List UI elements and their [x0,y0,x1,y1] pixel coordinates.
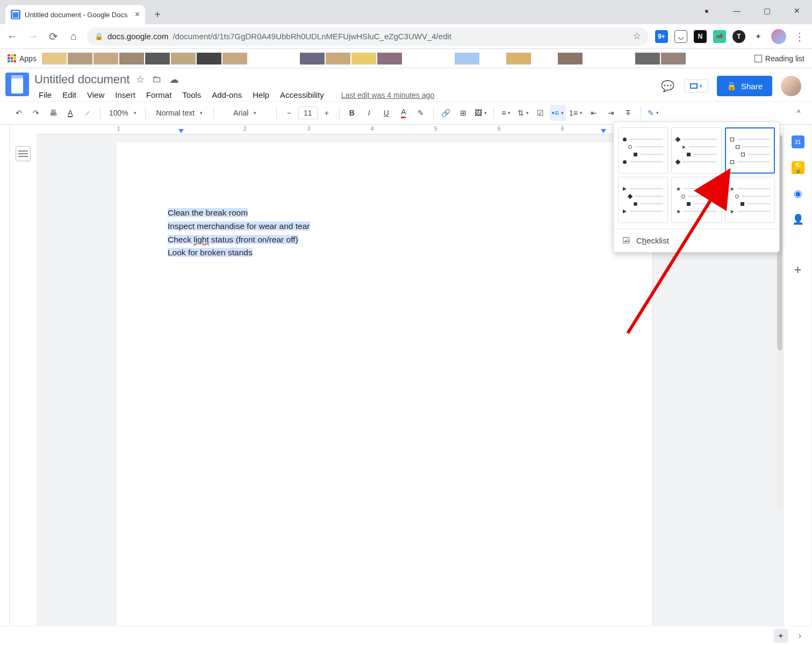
nav-reload-icon[interactable]: ⟳ [46,30,60,44]
bookmark-folder[interactable] [584,53,608,64]
ext-translate-icon[interactable]: 9+ [655,30,668,43]
editing-mode-button[interactable]: ✎ [645,105,662,121]
bookmark-folder[interactable] [429,53,454,64]
bookmark-folder[interactable] [171,53,196,64]
new-tab-button[interactable]: + [149,6,166,23]
checklist-menu-item[interactable]: ☑̶ Checklist [614,229,779,252]
bullet-option-4[interactable] [618,177,668,223]
bookmark-folder[interactable] [42,53,67,64]
paint-format-icon[interactable]: ⟋ [80,105,96,121]
spellcheck-icon[interactable]: A̲ [62,105,78,121]
cloud-status-icon[interactable]: ☁ [169,74,179,85]
insert-image-icon[interactable]: 🖼 [472,105,489,121]
paragraph-style-select[interactable]: Normal text [150,105,209,121]
document-title[interactable]: Untitled document [34,73,130,87]
nav-home-icon[interactable]: ⌂ [67,30,81,44]
bookmark-folder[interactable] [377,53,402,64]
bookmark-folder[interactable] [558,53,583,64]
font-size-increase[interactable]: + [319,105,335,121]
italic-button[interactable]: I [361,105,377,121]
menu-file[interactable]: File [34,89,56,101]
collapse-toolbar-icon[interactable]: ^ [791,105,807,121]
tasks-icon[interactable]: ◉ [792,187,804,200]
font-select[interactable]: Arial [218,105,272,121]
bookmark-folder[interactable] [94,53,118,64]
bookmark-folder[interactable] [274,53,299,64]
add-addon-icon[interactable]: + [794,262,801,277]
ext-puzzle-icon[interactable]: ✦ [752,30,765,43]
undo-icon[interactable]: ↶ [11,105,27,121]
right-indent-marker[interactable] [601,129,606,133]
bullet-option-6[interactable]: ➤ ➤ [725,177,775,223]
move-icon[interactable]: 🗀 [152,74,162,85]
account-avatar[interactable] [781,76,801,96]
contacts-icon[interactable]: 👤 [792,213,804,226]
bookmark-folder[interactable] [197,53,221,64]
share-button[interactable]: 🔒 Share [717,76,772,96]
window-close[interactable]: ✕ [782,0,812,22]
bullet-option-3[interactable] [725,127,775,174]
window-minimize[interactable]: — [722,0,752,22]
ext-todoist-icon[interactable]: T [732,30,745,43]
menu-format[interactable]: Format [142,89,176,101]
bookmark-folder[interactable] [403,53,428,64]
account-dot-icon[interactable]: ● [692,0,722,22]
bookmark-star-icon[interactable]: ☆ [633,34,641,38]
nav-forward-icon[interactable]: → [26,30,40,44]
comments-history-icon[interactable]: 💬 [660,78,676,94]
bookmark-folder[interactable] [300,53,325,64]
redo-icon[interactable]: ↷ [28,105,44,121]
tab-close-icon[interactable]: × [135,10,140,19]
bookmark-folder[interactable] [480,53,505,64]
text-color-button[interactable]: A [396,105,412,121]
browser-menu-icon[interactable]: ⋮ [793,30,807,44]
calendar-icon[interactable]: 31 [792,135,804,148]
bookmark-folder[interactable] [661,53,686,64]
insert-link-icon[interactable]: 🔗 [438,105,454,121]
bold-button[interactable]: B [344,105,360,121]
bookmark-folder[interactable] [609,53,634,64]
docs-logo-icon[interactable] [5,73,29,96]
font-size-decrease[interactable]: − [281,105,297,121]
bookmark-folder[interactable] [248,53,273,64]
zoom-select[interactable]: 100% [105,105,141,121]
menu-edit[interactable]: Edit [58,89,81,101]
document-page[interactable]: Clean the break room Inspect merchandise… [116,142,652,645]
outline-toggle-icon[interactable] [16,146,31,161]
bookmark-folder[interactable] [351,53,376,64]
nav-back-icon[interactable]: ← [5,30,19,44]
underline-button[interactable]: U [378,105,394,121]
bookmark-folder[interactable] [222,53,247,64]
window-maximize[interactable]: ▢ [752,0,782,22]
reading-list-button[interactable]: Reading list [754,54,804,63]
side-panel-toggle-icon[interactable]: › [799,631,801,641]
bulleted-list-button[interactable]: •≡ [550,105,566,121]
bookmark-folder[interactable] [119,53,144,64]
menu-insert[interactable]: Insert [111,89,140,101]
bookmark-folder[interactable] [68,53,92,64]
highlight-button[interactable]: ✎ [413,105,429,121]
browser-tab[interactable]: Untitled document - Google Docs × [5,5,145,24]
font-size-input[interactable]: 11 [298,106,318,119]
menu-addons[interactable]: Add-ons [207,89,246,101]
checklist-button[interactable]: ☑ [533,105,549,121]
keep-icon[interactable]: 💡 [792,161,804,174]
ext-notion-icon[interactable]: N [694,30,707,43]
bullet-option-2[interactable]: ➤ [671,127,721,174]
menu-view[interactable]: View [83,89,109,101]
insert-comment-icon[interactable]: ⊞ [455,105,471,121]
explore-button[interactable]: ✦ [774,629,788,643]
menu-help[interactable]: Help [248,89,274,101]
bookmark-folder[interactable] [455,53,479,64]
ext-pocket-icon[interactable]: ◡ [674,30,687,43]
clear-formatting-icon[interactable]: T [620,105,636,121]
menu-accessibility[interactable]: Accessibility [276,89,328,101]
bookmark-folder[interactable] [506,53,531,64]
last-edit-link[interactable]: Last edit was 4 minutes ago [337,89,439,101]
menu-tools[interactable]: Tools [178,89,205,101]
align-button[interactable]: ≡ [498,105,514,121]
line-spacing-button[interactable]: ⇅ [515,105,531,121]
decrease-indent-icon[interactable]: ⇤ [586,105,602,121]
bullet-option-1[interactable] [618,127,668,174]
increase-indent-icon[interactable]: ⇥ [603,105,619,121]
